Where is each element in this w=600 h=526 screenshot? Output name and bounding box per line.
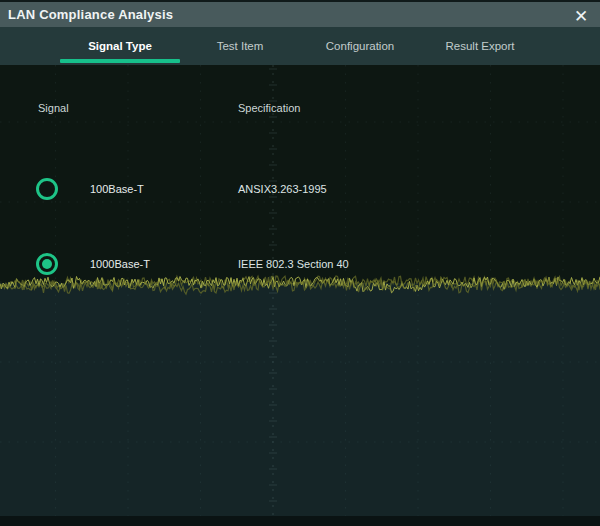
tab-label: Signal Type <box>88 40 152 52</box>
tab-label: Test Item <box>217 40 264 52</box>
graticule-and-waveform <box>0 65 600 516</box>
specification-label: IEEE 802.3 Section 40 <box>238 257 349 271</box>
radio-1000base-t[interactable] <box>36 253 58 275</box>
signal-type-page: Signal Specification 100Base-T ANSIX3.26… <box>0 65 600 516</box>
tab-configuration[interactable]: Configuration <box>300 27 420 65</box>
column-header-signal: Signal <box>38 101 69 115</box>
signal-label: 1000Base-T <box>90 257 150 271</box>
tab-group: Signal Type Test Item Configuration Resu… <box>60 27 540 65</box>
tab-label: Configuration <box>326 40 394 52</box>
column-header-specification: Specification <box>238 101 300 115</box>
title-bar: LAN Compliance Analysis ✕ <box>0 0 600 27</box>
table-row-100base-t[interactable]: 100Base-T ANSIX3.263-1995 <box>0 177 600 201</box>
tab-result-export[interactable]: Result Export <box>420 27 540 65</box>
specification-label: ANSIX3.263-1995 <box>238 182 327 196</box>
lan-compliance-dialog: LAN Compliance Analysis ✕ Signal Type Te… <box>0 0 600 526</box>
bottom-strip <box>0 516 600 526</box>
dialog-title: LAN Compliance Analysis <box>0 7 173 22</box>
tab-signal-type[interactable]: Signal Type <box>60 27 180 65</box>
tab-label: Result Export <box>445 40 514 52</box>
tab-bar: Signal Type Test Item Configuration Resu… <box>0 27 600 65</box>
tab-test-item[interactable]: Test Item <box>180 27 300 65</box>
table-row-1000base-t[interactable]: 1000Base-T IEEE 802.3 Section 40 <box>0 252 600 276</box>
radio-100base-t[interactable] <box>36 178 58 200</box>
close-icon[interactable]: ✕ <box>566 4 596 28</box>
signal-label: 100Base-T <box>90 182 144 196</box>
